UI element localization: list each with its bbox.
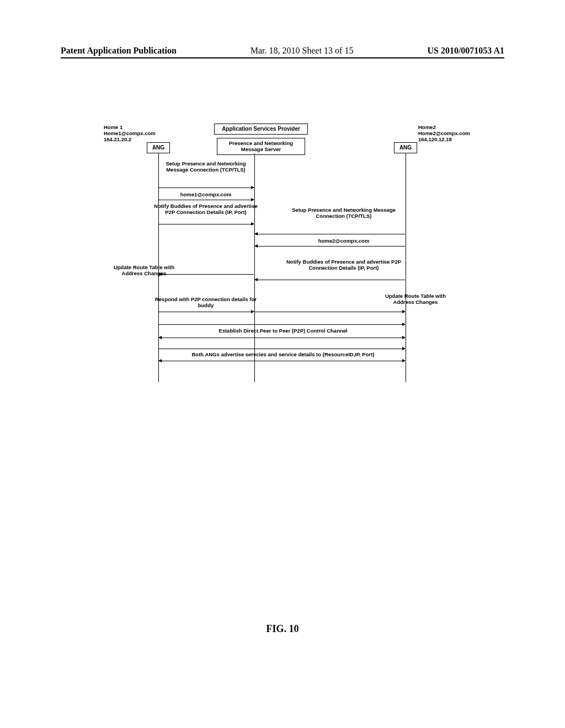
arrow-m5: [255, 246, 405, 247]
home1-label: Home 1 Home1@compx.com 164.21.20.2: [104, 125, 156, 143]
arrow-m10-top: [159, 324, 405, 325]
asp-sub-box: Presence and Networking Message Server: [217, 138, 305, 155]
figure-caption: FIG. 10: [0, 623, 565, 635]
msg-both-advertise: Both ANGs advertise servcies and service…: [167, 352, 399, 358]
arrow-m1: [159, 188, 254, 188]
asp-lifeline: [254, 153, 255, 382]
msg-respond-p2p: Respond with P2P connection details for …: [153, 297, 258, 309]
arrow-m4: [255, 234, 405, 234]
arrow-m10: [159, 338, 405, 338]
arrow-m8b: [255, 312, 405, 312]
msg-setup-home1: Setup Presence and Networking Message Co…: [159, 161, 253, 173]
header-right: US 2010/0071053 A1: [427, 46, 504, 56]
arrow-m3: [159, 224, 254, 224]
msg-notify-home2: Notify Buddies of Presence and advertise…: [280, 259, 407, 271]
msg-notify-home1: Notify Buddies of Presence and advertise…: [151, 204, 261, 216]
arrow-m8a: [159, 312, 254, 312]
home2-label: Home2 Home2@compx.com 164.120.12.18: [418, 125, 470, 143]
msg-home2-addr: home2@compx.com: [286, 238, 402, 244]
asp-title-box: Application Services Provider: [214, 124, 308, 135]
sequence-diagram: Home 1 Home1@compx.com 164.21.20.2 ANG A…: [104, 121, 468, 386]
home1-ang-box: ANG: [147, 142, 170, 153]
home2-ang-box: ANG: [394, 142, 417, 153]
arrow-m11: [159, 361, 405, 361]
arrow-m6a: [255, 280, 405, 280]
header-mid: Mar. 18, 2010 Sheet 13 of 15: [177, 46, 428, 56]
msg-setup-home2: Setup Presence and Networking Message Co…: [286, 207, 402, 220]
arrow-m2: [159, 200, 254, 200]
arrow-m11-top: [159, 349, 405, 349]
msg-update-route-home2: Update Route Table with Address Changes: [374, 293, 457, 306]
msg-update-route-home1: Update Route Table with Address Changes: [108, 265, 180, 277]
msg-home1-addr: home1@compx.com: [159, 192, 253, 198]
page-header: Patent Application Publication Mar. 18, …: [61, 46, 504, 58]
header-left: Patent Application Publication: [61, 46, 177, 56]
msg-establish-p2p: Establish Direct Peer to Peer (P2P) Cont…: [181, 328, 385, 334]
